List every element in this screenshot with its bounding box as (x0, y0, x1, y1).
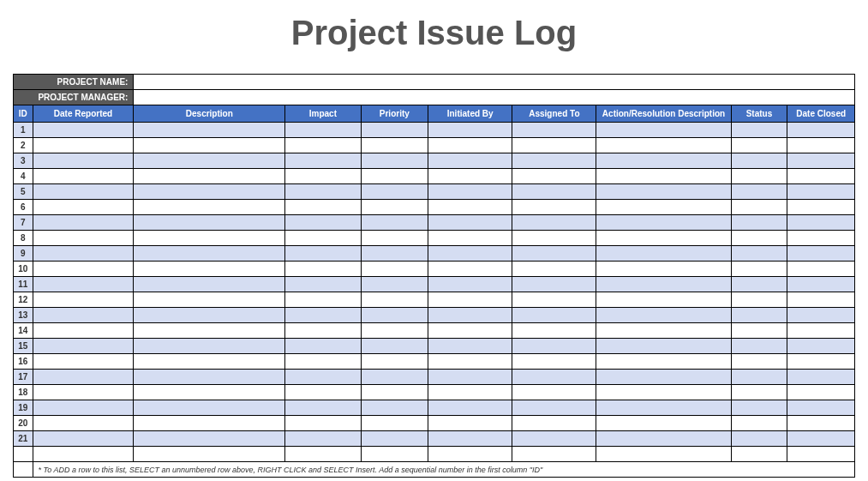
cell-assignedTo[interactable] (512, 416, 596, 431)
cell-status[interactable] (731, 354, 787, 370)
cell-assignedTo[interactable] (512, 231, 596, 246)
cell-status[interactable] (731, 184, 787, 200)
cell-action[interactable] (596, 416, 731, 431)
cell-initiatedBy[interactable] (428, 370, 512, 385)
cell-description[interactable] (134, 262, 285, 277)
cell-dateReported[interactable] (33, 138, 134, 153)
cell-dateClosed[interactable] (787, 277, 855, 292)
cell-assignedTo[interactable] (512, 323, 596, 339)
cell-assignedTo[interactable] (512, 262, 596, 277)
cell-priority[interactable] (361, 354, 428, 370)
cell-priority[interactable] (361, 308, 428, 323)
cell-status[interactable] (731, 200, 787, 215)
cell-dateClosed[interactable] (787, 431, 855, 447)
cell-description[interactable] (134, 292, 285, 308)
cell-impact[interactable] (285, 169, 361, 184)
cell-dateClosed[interactable] (787, 200, 855, 215)
cell-assignedTo[interactable] (512, 123, 596, 138)
cell-action[interactable] (596, 431, 731, 447)
cell-description[interactable] (134, 416, 285, 431)
cell-dateClosed[interactable] (787, 354, 855, 370)
cell-description[interactable] (134, 123, 285, 138)
cell-impact[interactable] (285, 231, 361, 246)
cell-description[interactable] (134, 323, 285, 339)
cell-action[interactable] (596, 292, 731, 308)
cell-initiatedBy[interactable] (428, 215, 512, 231)
blank-cell[interactable] (596, 447, 731, 462)
cell-impact[interactable] (285, 215, 361, 231)
cell-assignedTo[interactable] (512, 138, 596, 153)
cell-description[interactable] (134, 200, 285, 215)
cell-dateReported[interactable] (33, 184, 134, 200)
cell-action[interactable] (596, 138, 731, 153)
cell-status[interactable] (731, 416, 787, 431)
cell-priority[interactable] (361, 169, 428, 184)
cell-status[interactable] (731, 231, 787, 246)
cell-action[interactable] (596, 200, 731, 215)
cell-description[interactable] (134, 277, 285, 292)
cell-dateReported[interactable] (33, 200, 134, 215)
cell-description[interactable] (134, 385, 285, 400)
cell-action[interactable] (596, 385, 731, 400)
blank-cell[interactable] (361, 447, 428, 462)
cell-action[interactable] (596, 323, 731, 339)
cell-impact[interactable] (285, 400, 361, 416)
cell-action[interactable] (596, 262, 731, 277)
cell-dateClosed[interactable] (787, 138, 855, 153)
cell-action[interactable] (596, 400, 731, 416)
cell-impact[interactable] (285, 385, 361, 400)
cell-status[interactable] (731, 169, 787, 184)
project-manager-value[interactable] (134, 90, 855, 105)
cell-dateReported[interactable] (33, 385, 134, 400)
cell-impact[interactable] (285, 416, 361, 431)
cell-description[interactable] (134, 231, 285, 246)
cell-action[interactable] (596, 370, 731, 385)
cell-initiatedBy[interactable] (428, 262, 512, 277)
cell-impact[interactable] (285, 246, 361, 262)
cell-priority[interactable] (361, 184, 428, 200)
cell-impact[interactable] (285, 354, 361, 370)
cell-priority[interactable] (361, 138, 428, 153)
cell-description[interactable] (134, 169, 285, 184)
cell-dateReported[interactable] (33, 323, 134, 339)
cell-impact[interactable] (285, 123, 361, 138)
cell-impact[interactable] (285, 370, 361, 385)
cell-dateReported[interactable] (33, 153, 134, 169)
cell-initiatedBy[interactable] (428, 400, 512, 416)
cell-dateClosed[interactable] (787, 123, 855, 138)
cell-action[interactable] (596, 123, 731, 138)
cell-priority[interactable] (361, 200, 428, 215)
cell-priority[interactable] (361, 416, 428, 431)
cell-action[interactable] (596, 215, 731, 231)
cell-initiatedBy[interactable] (428, 200, 512, 215)
cell-dateReported[interactable] (33, 308, 134, 323)
cell-status[interactable] (731, 262, 787, 277)
cell-status[interactable] (731, 385, 787, 400)
cell-dateClosed[interactable] (787, 262, 855, 277)
cell-status[interactable] (731, 292, 787, 308)
cell-priority[interactable] (361, 385, 428, 400)
cell-priority[interactable] (361, 262, 428, 277)
cell-dateReported[interactable] (33, 246, 134, 262)
blank-cell[interactable] (134, 447, 285, 462)
cell-priority[interactable] (361, 246, 428, 262)
cell-dateClosed[interactable] (787, 385, 855, 400)
cell-dateClosed[interactable] (787, 246, 855, 262)
cell-impact[interactable] (285, 138, 361, 153)
cell-impact[interactable] (285, 277, 361, 292)
cell-priority[interactable] (361, 400, 428, 416)
cell-impact[interactable] (285, 339, 361, 354)
cell-status[interactable] (731, 246, 787, 262)
cell-priority[interactable] (361, 123, 428, 138)
cell-description[interactable] (134, 431, 285, 447)
cell-initiatedBy[interactable] (428, 153, 512, 169)
blank-cell[interactable] (787, 447, 855, 462)
cell-dateReported[interactable] (33, 277, 134, 292)
cell-action[interactable] (596, 308, 731, 323)
cell-status[interactable] (731, 323, 787, 339)
cell-initiatedBy[interactable] (428, 138, 512, 153)
cell-dateClosed[interactable] (787, 184, 855, 200)
cell-dateClosed[interactable] (787, 153, 855, 169)
cell-assignedTo[interactable] (512, 215, 596, 231)
cell-description[interactable] (134, 246, 285, 262)
